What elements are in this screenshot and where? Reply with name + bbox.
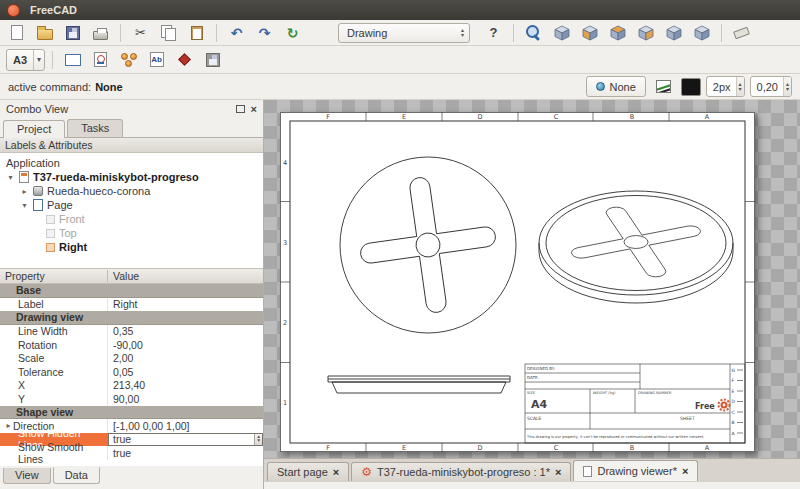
property-row[interactable]: Line Width 0,35 xyxy=(0,325,263,339)
property-row[interactable]: X 213,40 xyxy=(0,379,263,393)
tree-item-document[interactable]: ▾ T37-rueda-miniskybot-progreso xyxy=(0,170,263,184)
top-view-icon[interactable] xyxy=(605,22,630,44)
ortho-views-icon[interactable] xyxy=(116,49,141,71)
property-row[interactable]: Scale 2,00 xyxy=(0,352,263,366)
close-panel-icon[interactable]: × xyxy=(251,104,257,114)
float-panel-icon[interactable] xyxy=(236,105,245,113)
property-row[interactable]: Tolerance 0,05 xyxy=(0,365,263,379)
expand-icon[interactable]: ▸ xyxy=(4,421,13,430)
symbol-icon[interactable] xyxy=(172,49,197,71)
front-view-icon[interactable] xyxy=(577,22,602,44)
svg-text:D: D xyxy=(477,113,482,121)
axonometric-view-icon[interactable] xyxy=(549,22,574,44)
tab-drawing-viewer[interactable]: Drawing viewer* × xyxy=(573,460,698,481)
active-command-label: active command: xyxy=(8,81,91,93)
svg-text:B: B xyxy=(732,420,735,425)
front-view[interactable] xyxy=(340,157,516,333)
whats-this-icon[interactable]: ? xyxy=(481,22,506,44)
tree-item-front[interactable]: Front xyxy=(0,212,263,226)
window-close-button[interactable] xyxy=(7,4,20,17)
combo-view-title: Combo View xyxy=(6,103,68,115)
cut-icon[interactable]: ✂ xyxy=(128,22,153,44)
collapse-icon[interactable]: ▾ xyxy=(6,173,15,182)
expand-icon[interactable]: ▸ xyxy=(20,187,29,196)
workbench-selector-spinner[interactable]: ▴▾ xyxy=(459,28,466,38)
fit-all-icon[interactable] xyxy=(521,22,546,44)
undo-icon[interactable]: ↶ xyxy=(224,22,249,44)
property-row[interactable]: Rotation -90,00 xyxy=(0,338,263,352)
property-grid-header: Property Value xyxy=(0,269,263,284)
page-icon xyxy=(33,199,43,211)
save-icon[interactable] xyxy=(60,22,85,44)
eraser-icon[interactable] xyxy=(729,22,754,44)
drawing-viewer[interactable]: F E D C B A F E D C B A 4 xyxy=(264,100,800,458)
property-row[interactable]: Label Right xyxy=(0,298,263,312)
page-icon xyxy=(583,466,592,477)
tab-project[interactable]: Project xyxy=(3,120,65,138)
new-page-icon[interactable] xyxy=(60,49,85,71)
workbench-selector[interactable]: Drawing ▴▾ xyxy=(338,23,470,43)
property-group-drawing-view[interactable]: Drawing view xyxy=(0,311,263,325)
property-group-base[interactable]: Base xyxy=(0,284,263,298)
open-folder-icon[interactable] xyxy=(32,22,57,44)
value-combo-editor[interactable]: true ▴▾ xyxy=(108,433,263,447)
svg-text:A: A xyxy=(705,113,710,121)
svg-text:B: B xyxy=(630,113,634,121)
annotation-icon[interactable]: Ab xyxy=(144,49,169,71)
tab-tasks[interactable]: Tasks xyxy=(67,119,123,137)
combo-view-header: Combo View × xyxy=(0,100,263,117)
spinner-arrows[interactable]: ▴▾ xyxy=(783,77,791,96)
tab-start-page[interactable]: Start page × xyxy=(267,462,349,481)
page-size-button[interactable]: A3 ▾ xyxy=(6,49,45,71)
drawing-toolbar: A3 ▾ Ab xyxy=(0,46,800,74)
tab-3d-document[interactable]: ⚙ T37-rueda-miniskybot-progreso : 1* × xyxy=(351,462,571,481)
new-document-icon[interactable] xyxy=(4,22,29,44)
tab-data[interactable]: Data xyxy=(53,467,100,484)
bottom-view-icon[interactable] xyxy=(689,22,714,44)
collapse-icon[interactable]: ▾ xyxy=(20,201,29,210)
view-icon xyxy=(46,215,55,224)
svg-text:C: C xyxy=(554,113,559,121)
tree-item-page[interactable]: ▾ Page xyxy=(0,198,263,212)
document-tabbar: Start page × ⚙ T37-rueda-miniskybot-prog… xyxy=(264,458,800,481)
fill-none-button[interactable]: None xyxy=(586,76,646,97)
close-tab-icon[interactable]: × xyxy=(682,465,688,477)
line-style-icon[interactable] xyxy=(651,76,676,98)
property-row[interactable]: Y 90,00 xyxy=(0,392,263,406)
svg-text:F: F xyxy=(732,378,735,383)
rear-view-icon[interactable] xyxy=(661,22,686,44)
svg-text:C: C xyxy=(732,410,735,415)
text-size-spinner[interactable]: 0,20 ▴▾ xyxy=(750,76,792,97)
axonometric-view[interactable] xyxy=(539,191,733,303)
paste-icon[interactable] xyxy=(184,22,209,44)
property-group-shape-view[interactable]: Shape view xyxy=(0,406,263,420)
property-row[interactable]: Show Smooth Lines true xyxy=(0,446,263,460)
line-color-swatch[interactable] xyxy=(681,78,701,96)
insert-view-icon[interactable] xyxy=(88,49,113,71)
tree-item-body[interactable]: ▸ Rueda-hueco-corona xyxy=(0,184,263,198)
export-page-icon[interactable] xyxy=(200,49,225,71)
tab-view[interactable]: View xyxy=(3,468,51,484)
view-icon xyxy=(46,229,55,238)
separator xyxy=(216,24,217,42)
svg-text:E: E xyxy=(732,389,735,394)
close-tab-icon[interactable]: × xyxy=(333,466,339,478)
spinner-arrows[interactable]: ▴▾ xyxy=(736,77,744,96)
separator xyxy=(513,24,514,42)
right-view-icon[interactable] xyxy=(633,22,658,44)
redo-icon[interactable]: ↷ xyxy=(252,22,277,44)
svg-text:2: 2 xyxy=(283,319,287,327)
dimension-controls: None 2px ▴▾ 0,20 ▴▾ xyxy=(586,76,793,98)
copy-icon[interactable] xyxy=(156,22,181,44)
line-width-spinner[interactable]: 2px ▴▾ xyxy=(706,76,745,97)
close-tab-icon[interactable]: × xyxy=(555,466,561,478)
print-icon[interactable] xyxy=(88,22,113,44)
tree-item-right[interactable]: Right xyxy=(0,240,263,254)
refresh-icon[interactable]: ↻ xyxy=(280,22,305,44)
spinner-arrows[interactable]: ▴▾ xyxy=(254,434,262,446)
chevron-down-icon[interactable]: ▾ xyxy=(33,50,44,70)
tree-item-application[interactable]: Application xyxy=(0,156,263,170)
side-view[interactable] xyxy=(328,376,510,393)
drawing-number-label: DRAWING NUMBER xyxy=(638,391,672,395)
tree-item-top[interactable]: Top xyxy=(0,226,263,240)
